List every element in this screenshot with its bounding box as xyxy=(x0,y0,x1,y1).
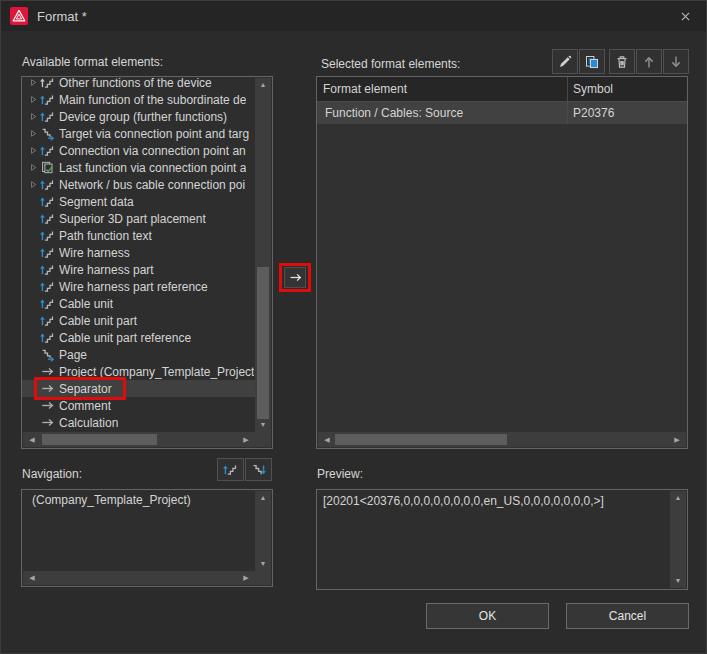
list-item[interactable]: Target via connection point and targ xyxy=(22,125,256,142)
navigation-rows: (Company_Template_Project) xyxy=(22,492,272,509)
list-item[interactable]: Connection via connection point an xyxy=(22,142,256,159)
scrollbar-thumb[interactable] xyxy=(335,434,507,445)
table-row[interactable]: Function / Cables: SourceP20376 xyxy=(317,102,687,124)
cell-format-element: Function / Cables: Source xyxy=(317,102,567,124)
stairs-up-gray-icon xyxy=(40,76,57,90)
list-item-label: Path function text xyxy=(59,229,152,243)
list-item-label: Wire harness part xyxy=(59,263,154,277)
navigation-list[interactable]: (Company_Template_Project) ▲ ▼ ◀ ▶ xyxy=(21,489,273,587)
expander-icon[interactable] xyxy=(26,129,40,138)
list-item[interactable]: Calculation xyxy=(22,414,256,431)
cancel-button[interactable]: Cancel xyxy=(566,603,689,629)
scroll-left-icon[interactable]: ◀ xyxy=(25,432,39,447)
expander-icon[interactable] xyxy=(26,163,40,172)
navigation-item[interactable]: (Company_Template_Project) xyxy=(22,492,272,509)
stairs-up-icon xyxy=(223,462,238,477)
scroll-up-icon[interactable]: ▲ xyxy=(255,491,271,505)
stairs-up-blue-icon xyxy=(40,228,57,243)
level-down-button[interactable] xyxy=(245,458,272,481)
table-header: Format element Symbol xyxy=(317,77,687,102)
available-vscrollbar[interactable]: ▲ ▼ xyxy=(255,78,271,432)
copy-check-icon xyxy=(40,160,57,175)
list-item[interactable]: Network / bus cable connection poi xyxy=(22,176,256,193)
scrollbar-thumb[interactable] xyxy=(42,434,157,445)
scroll-down-icon[interactable]: ▼ xyxy=(255,418,271,432)
expander-icon[interactable] xyxy=(26,112,40,121)
preview-panel[interactable]: [20201<20376,0,0,0,0,0,0,0,0,en_US,0,0,0… xyxy=(316,489,688,590)
navigation-label: Navigation: xyxy=(22,467,82,481)
scroll-right-icon[interactable]: ▶ xyxy=(670,432,684,447)
scroll-down-icon[interactable]: ▼ xyxy=(255,557,271,571)
list-item-label: Network / bus cable connection poi xyxy=(59,178,245,192)
stairs-up-blue-icon xyxy=(40,279,57,294)
available-rows: Other functions of the deviceMain functi… xyxy=(22,76,256,433)
selected-hscrollbar[interactable]: ◀ ▶ xyxy=(318,432,686,447)
stairs-right-blue-icon xyxy=(40,347,57,362)
stairs-up-blue-icon xyxy=(40,330,57,345)
scroll-left-icon[interactable]: ◀ xyxy=(25,571,39,586)
scroll-up-icon[interactable]: ▲ xyxy=(255,78,271,92)
list-item[interactable]: Page xyxy=(22,346,256,363)
navigation-vscrollbar[interactable]: ▲ ▼ xyxy=(255,491,271,571)
list-item[interactable]: Wire harness xyxy=(22,244,256,261)
scroll-left-icon[interactable]: ◀ xyxy=(320,432,334,447)
list-item[interactable]: Project (Company_Template_Project xyxy=(22,363,256,380)
move-down-button[interactable] xyxy=(663,49,689,74)
close-icon[interactable] xyxy=(673,4,697,28)
selected-table[interactable]: Format element Symbol Function / Cables:… xyxy=(316,76,688,449)
delete-button[interactable] xyxy=(609,49,635,74)
list-item-label: Connection via connection point an xyxy=(59,144,246,158)
expander-icon[interactable] xyxy=(26,146,40,155)
list-item-label: Wire harness xyxy=(59,246,130,260)
arrow-right-gray-icon xyxy=(40,364,57,379)
scroll-right-icon[interactable]: ▶ xyxy=(239,571,253,586)
list-item[interactable]: Comment xyxy=(22,397,256,414)
window-title: Format * xyxy=(37,9,87,24)
navigation-hscrollbar[interactable]: ◀ ▶ xyxy=(23,571,255,585)
expander-icon[interactable] xyxy=(26,180,40,189)
list-item[interactable]: Cable unit xyxy=(22,295,256,312)
list-item[interactable]: Wire harness part xyxy=(22,261,256,278)
column-header-symbol[interactable]: Symbol xyxy=(567,77,687,101)
scroll-up-icon[interactable]: ▲ xyxy=(670,491,686,505)
stairs-up-blue-icon xyxy=(40,92,57,107)
preview-vscrollbar[interactable]: ▲ ▼ xyxy=(670,491,686,588)
copy-button[interactable] xyxy=(579,49,605,74)
list-item[interactable]: Main function of the subordinate de xyxy=(22,91,256,108)
move-up-button[interactable] xyxy=(636,49,662,74)
list-item[interactable]: Other functions of the device xyxy=(22,76,256,91)
list-item[interactable]: Cable unit part xyxy=(22,312,256,329)
list-item[interactable]: Cable unit part reference xyxy=(22,329,256,346)
list-item[interactable]: Last function via connection point a xyxy=(22,159,256,176)
copy-icon xyxy=(584,54,600,70)
scrollbar-thumb[interactable] xyxy=(257,267,269,419)
preview-value: [20201<20376,0,0,0,0,0,0,0,0,en_US,0,0,0… xyxy=(323,494,665,509)
stairs-up-blue-icon xyxy=(40,245,57,260)
list-item[interactable]: Separator xyxy=(22,380,256,397)
list-item[interactable]: Segment data xyxy=(22,193,256,210)
transfer-right-button[interactable] xyxy=(284,267,306,288)
edit-button[interactable] xyxy=(552,49,578,74)
list-item-label: Segment data xyxy=(59,195,134,209)
level-up-button[interactable] xyxy=(217,458,244,481)
expander-icon[interactable] xyxy=(26,95,40,104)
column-header-format-element[interactable]: Format element xyxy=(317,77,567,101)
pencil-icon xyxy=(557,54,573,70)
available-hscrollbar[interactable]: ◀ ▶ xyxy=(23,432,255,447)
stairs-right-blue-icon xyxy=(40,126,57,141)
scroll-right-icon[interactable]: ▶ xyxy=(239,432,253,447)
list-item[interactable]: Superior 3D part placement xyxy=(22,210,256,227)
list-item[interactable]: Path function text xyxy=(22,227,256,244)
scroll-down-icon[interactable]: ▼ xyxy=(670,574,686,588)
list-item-label: Cable unit part xyxy=(59,314,137,328)
list-item[interactable]: Device group (further functions) xyxy=(22,108,256,125)
scrollbar-corner xyxy=(255,571,271,585)
available-list[interactable]: Other functions of the deviceMain functi… xyxy=(21,76,273,449)
list-item[interactable]: Wire harness part reference xyxy=(22,278,256,295)
app-logo-icon xyxy=(10,7,28,25)
list-item-label: Superior 3D part placement xyxy=(59,212,206,226)
ok-button[interactable]: OK xyxy=(426,603,549,629)
table-rows: Function / Cables: SourceP20376 xyxy=(317,102,687,124)
expander-icon[interactable] xyxy=(26,78,40,87)
list-item-label: Wire harness part reference xyxy=(59,280,208,294)
